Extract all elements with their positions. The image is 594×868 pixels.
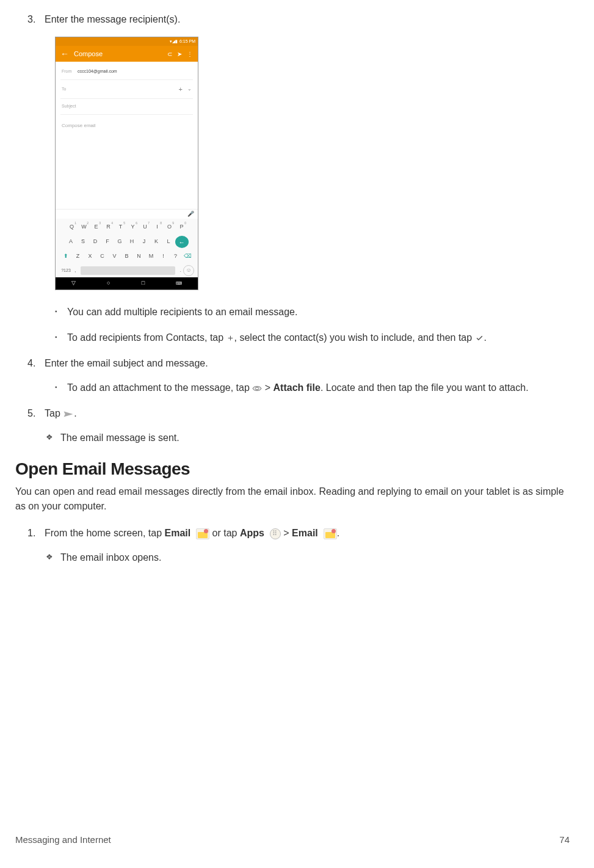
email-app-icon: [324, 528, 337, 539]
enter-key: ←: [175, 236, 189, 248]
diamond-bullet-icon: ❖: [46, 550, 53, 564]
mock-status-bar: ▾◢▮ 6:15 PM: [56, 37, 198, 46]
kb-key: P0: [176, 221, 187, 233]
kb-key: C: [96, 250, 108, 263]
nav-back-icon: ▽: [71, 279, 76, 288]
mock-toolbar: ← Compose ⊂ ➤ ⋮: [56, 46, 198, 62]
svg-point-1: [255, 387, 259, 389]
kb-key: H: [126, 236, 138, 248]
kb-key: T5: [115, 221, 126, 233]
mock-nav-bar: ▽ ○ □ ⌨: [56, 277, 198, 290]
more-icon: ⋮: [187, 49, 193, 59]
step-3: 3. Enter the message recipient(s).: [15, 12, 570, 27]
send-icon: [63, 410, 74, 418]
mock-suggestion-bar: 🎤: [56, 209, 198, 219]
square-bullet-icon: ▪: [55, 330, 60, 344]
step-5-result: ❖ The email message is sent.: [46, 431, 570, 445]
footer-page-number: 74: [559, 833, 570, 847]
page-footer: Messaging and Internet 74: [15, 833, 570, 847]
mic-icon: 🎤: [187, 210, 194, 219]
square-bullet-icon: ▪: [55, 381, 60, 394]
compose-screenshot: ▾◢▮ 6:15 PM ← Compose ⊂ ➤ ⋮ From cccc104…: [55, 37, 198, 290]
step-3-bullet-2: ▪ To add recipients from Contacts, tap ,…: [55, 330, 570, 345]
kb-key: I8: [151, 221, 163, 233]
spacebar: [81, 266, 176, 275]
kb-key: S: [78, 236, 89, 248]
email-app-icon: [196, 528, 209, 539]
send-icon: ➤: [177, 49, 182, 59]
section-intro: You can open and read email messages dir…: [15, 484, 570, 514]
kb-key: K: [151, 236, 162, 248]
kb-key: Q1: [66, 221, 78, 233]
kb-key: ?: [170, 250, 181, 263]
kb-key: A: [65, 236, 77, 248]
step-3-bullet-1: ▪ You can add multiple recipients to an …: [55, 305, 570, 319]
footer-section: Messaging and Internet: [15, 833, 111, 847]
kb-key: D: [90, 236, 101, 248]
kb-key: M: [145, 250, 157, 263]
nav-home-icon: ○: [107, 279, 110, 288]
kb-key: N: [133, 250, 145, 263]
emoji-icon: ☺: [183, 265, 194, 276]
kb-key: L: [163, 236, 175, 248]
section-heading: Open Email Messages: [15, 456, 570, 482]
kb-key: B: [121, 250, 132, 263]
subject-field: Subject: [60, 99, 193, 115]
signal-icon: ▾◢▮: [170, 38, 178, 45]
kb-key: W2: [78, 221, 90, 233]
kb-key: E3: [90, 221, 102, 233]
attach-icon: ⊂: [167, 49, 172, 59]
kb-key: G: [114, 236, 126, 248]
to-field: To + ⌄: [60, 80, 193, 100]
backspace-key: ⌫: [182, 250, 194, 263]
kb-key: X: [84, 250, 96, 263]
nav-kb-icon: ⌨: [176, 280, 182, 287]
step-number: 3.: [27, 12, 40, 27]
diamond-bullet-icon: ❖: [46, 431, 53, 444]
kb-key: F: [102, 236, 114, 248]
expand-icon: ⌄: [187, 86, 192, 93]
step-text: Enter the message recipient(s).: [45, 12, 570, 27]
shift-key: ⬆: [60, 250, 71, 263]
section2-result: ❖ The email inbox opens.: [46, 550, 570, 565]
back-icon: ←: [60, 48, 69, 60]
kb-key: Y6: [127, 221, 139, 233]
add-recipient-icon: +: [179, 84, 183, 95]
status-time: 6:15 PM: [179, 38, 195, 45]
kb-key: O9: [164, 221, 175, 233]
svg-point-0: [253, 386, 261, 390]
kb-key: V: [109, 250, 120, 263]
apps-icon: [270, 528, 281, 539]
step-4-bullet-1: ▪ To add an attachment to the message, t…: [55, 381, 570, 395]
step-4: 4. Enter the email subject and message.: [15, 356, 570, 371]
section2-step-1: 1. From the home screen, tap Email or ta…: [15, 526, 570, 541]
compose-body: Compose email: [56, 117, 198, 134]
plus-icon: [226, 334, 234, 342]
step-5: 5. Tap .: [15, 406, 570, 421]
kb-key: R4: [103, 221, 114, 233]
from-field: From cccc104@gmail.com: [60, 64, 193, 80]
mock-keyboard: Q1W2E3R4T5Y6U7I8O9P0 ASDFGHJKL← ⬆ZXCVBNM…: [56, 219, 198, 277]
kb-key: !: [158, 250, 169, 263]
nav-recent-icon: □: [142, 279, 145, 288]
attachment-icon: [252, 385, 262, 392]
mock-title: Compose: [74, 49, 167, 59]
square-bullet-icon: ▪: [55, 305, 60, 318]
kb-key: U7: [139, 221, 151, 233]
kb-key: Z: [72, 250, 84, 263]
kb-key: J: [139, 236, 150, 248]
check-icon: [475, 334, 484, 342]
